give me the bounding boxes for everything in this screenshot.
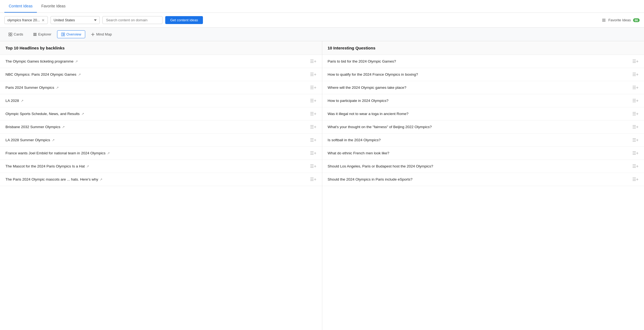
tab-content-ideas[interactable]: Content Ideas [4,0,37,13]
external-link-icon: ↗ [56,86,59,90]
svg-rect-12 [63,35,65,36]
external-link-icon: ↗ [100,178,102,181]
add-to-favorites-icon[interactable]: ☰+ [632,151,639,156]
right-item-text: Should Los Angeles, Paris or Budapest ho… [328,164,632,168]
external-link-icon: ↗ [62,125,65,129]
right-list-item[interactable]: Is softball in the 2024 Olympics? ☰+ [322,134,644,147]
overview-icon [61,33,65,36]
list-icon [602,18,606,22]
add-to-favorites-icon[interactable]: ☰+ [632,124,639,129]
cards-tab-label: Cards [14,32,23,36]
left-panel-header: Top 10 Headlines by backlinks [0,41,322,55]
left-list-item[interactable]: The Olympic Games ticketing programme ↗ … [0,55,322,68]
svg-rect-9 [33,35,37,36]
right-list-item[interactable]: Should Los Angeles, Paris or Budapest ho… [322,160,644,173]
right-item-text: Is softball in the 2024 Olympics? [328,138,632,142]
svg-rect-3 [9,33,10,34]
right-item-text: How to qualify for the 2024 France Olymp… [328,72,632,76]
left-item-text: LA 2028 Summer Olympics ↗ [5,138,310,142]
add-to-favorites-icon[interactable]: ☰+ [310,124,316,129]
right-list-item[interactable]: Was it illegal not to wear a toga in anc… [322,107,644,120]
favorite-ideas-button[interactable]: Favorite Ideas 66 [602,18,640,22]
toolbar: olympics france 20... ✕ United States Ge… [0,13,644,28]
left-item-text: France wants Joel Embiid for national te… [5,151,310,155]
country-select[interactable]: United States [51,16,100,24]
svg-rect-8 [33,34,37,35]
left-list-item[interactable]: LA 2028 Summer Olympics ↗ ☰+ [0,134,322,147]
left-list-item[interactable]: The Mascot for the 2024 Paris Olympics I… [0,160,322,173]
search-chip[interactable]: olympics france 20... ✕ [4,16,48,24]
right-panel-header: 10 Interesting Questions [322,41,644,55]
left-list-item[interactable]: Paris 2024 Summer Olympics ↗ ☰+ [0,81,322,94]
external-link-icon: ↗ [21,99,23,103]
left-list-item[interactable]: France wants Joel Embiid for national te… [0,147,322,160]
left-item-text: Paris 2024 Summer Olympics ↗ [5,86,310,90]
add-to-favorites-icon[interactable]: ☰+ [310,164,316,169]
add-to-favorites-icon[interactable]: ☰+ [632,177,639,182]
search-chip-text: olympics france 20... [7,18,40,22]
left-panel: Top 10 Headlines by backlinks The Olympi… [0,41,322,330]
add-to-favorites-icon[interactable]: ☰+ [632,72,639,77]
right-panel-list: Paris to bid for the 2024 Olympic Games?… [322,55,644,186]
right-list-item[interactable]: What's your thought on the "fairness" of… [322,120,644,134]
right-item-text: Should the 2024 Olympics in Paris includ… [328,177,632,181]
explorer-icon [33,33,37,36]
tab-mindmap[interactable]: Mind Map [87,30,116,38]
add-to-favorites-icon[interactable]: ☰+ [632,111,639,116]
external-link-icon: ↗ [86,164,89,168]
right-list-item[interactable]: Should the 2024 Olympics in Paris includ… [322,173,644,186]
left-item-text: LA 2028 ↗ [5,99,310,103]
view-tabs-container: Cards Explorer Overview Mind Map [0,28,644,41]
right-item-text: How to participate in 2024 Olympics? [328,99,632,103]
add-to-favorites-icon[interactable]: ☰+ [310,59,316,64]
add-to-favorites-icon[interactable]: ☰+ [632,164,639,169]
right-list-item[interactable]: How to qualify for the 2024 France Olymp… [322,68,644,81]
external-link-icon: ↗ [81,112,84,116]
add-to-favorites-icon[interactable]: ☰+ [310,151,316,156]
add-to-favorites-icon[interactable]: ☰+ [310,85,316,90]
right-item-text: Was it illegal not to wear a toga in anc… [328,112,632,116]
left-list-item[interactable]: The Paris 2024 Olympic mascots are ... h… [0,173,322,186]
svg-rect-6 [11,35,12,36]
clear-search-button[interactable]: ✕ [42,18,45,22]
add-to-favorites-icon[interactable]: ☰+ [310,137,316,143]
tab-explorer[interactable]: Explorer [29,30,55,38]
right-list-item[interactable]: Where will the 2024 Olympic games take p… [322,81,644,94]
tab-favorite-ideas[interactable]: Favorite Ideas [37,0,70,13]
left-item-text: The Olympic Games ticketing programme ↗ [5,59,310,63]
tab-cards[interactable]: Cards [4,30,27,38]
right-list-item[interactable]: Paris to bid for the 2024 Olympic Games?… [322,55,644,68]
add-to-favorites-icon[interactable]: ☰+ [310,177,316,182]
left-list-item[interactable]: Olympic Sports Schedule, News, and Resul… [0,107,322,120]
left-list-item[interactable]: Brisbane 2032 Summer Olympics ↗ ☰+ [0,120,322,134]
add-to-favorites-icon[interactable]: ☰+ [632,137,639,143]
add-to-favorites-icon[interactable]: ☰+ [632,98,639,103]
right-item-text: Where will the 2024 Olympic games take p… [328,86,632,90]
get-content-ideas-button[interactable]: Get content ideas [165,16,203,24]
cards-icon [8,33,12,36]
left-list-item[interactable]: NBC Olympics: Paris 2024 Olympic Games ↗… [0,68,322,81]
external-link-icon: ↗ [75,60,78,63]
svg-rect-1 [602,20,605,20]
left-panel-list: The Olympic Games ticketing programme ↗ … [0,55,322,186]
svg-rect-2 [602,21,605,22]
add-to-favorites-icon[interactable]: ☰+ [632,59,639,64]
svg-rect-0 [602,19,605,19]
external-link-icon: ↗ [78,73,81,76]
right-item-text: Paris to bid for the 2024 Olympic Games? [328,59,632,63]
left-item-text: Olympic Sports Schedule, News, and Resul… [5,112,310,116]
add-to-favorites-icon[interactable]: ☰+ [632,85,639,90]
mindmap-icon [91,33,95,36]
domain-search-input[interactable] [102,16,163,24]
right-list-item[interactable]: How to participate in 2024 Olympics? ☰+ [322,94,644,107]
tab-overview[interactable]: Overview [57,30,85,38]
favorite-ideas-label: Favorite Ideas [608,18,631,22]
add-to-favorites-icon[interactable]: ☰+ [310,72,316,77]
overview-tab-label: Overview [66,32,81,36]
top-tabs-container: Content Ideas Favorite Ideas [0,0,644,13]
left-list-item[interactable]: LA 2028 ↗ ☰+ [0,94,322,107]
right-list-item[interactable]: What do ethnic French men look like? ☰+ [322,147,644,160]
left-item-text: NBC Olympics: Paris 2024 Olympic Games ↗ [5,72,310,76]
add-to-favorites-icon[interactable]: ☰+ [310,111,316,116]
add-to-favorites-icon[interactable]: ☰+ [310,98,316,103]
